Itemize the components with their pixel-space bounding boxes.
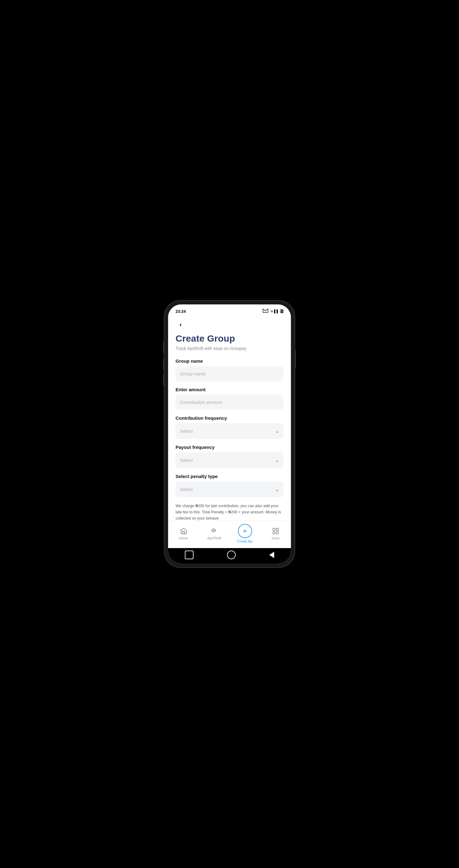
gesture-back-btn[interactable]: [269, 552, 274, 558]
penalty-note: We charge ₦200 for late contribution, yo…: [176, 503, 283, 521]
chevron-down-icon: ⌄: [275, 428, 279, 434]
group-name-input[interactable]: [176, 366, 283, 381]
group-name-field-group: Group name: [176, 359, 283, 381]
screen-content: ‹ Create Group Track Ajo/thrift with eas…: [168, 317, 291, 521]
battery-icon: ▓: [280, 309, 283, 313]
gesture-square-btn[interactable]: [185, 551, 193, 559]
svg-rect-3: [276, 528, 278, 530]
home-nav-label: Home: [179, 536, 188, 540]
back-button[interactable]: ‹: [176, 319, 185, 329]
status-bar: 23:24 ≋ ▌▌ ▓: [168, 304, 291, 317]
nav-item-more[interactable]: more: [260, 527, 291, 540]
status-icons: ≋ ▌▌ ▓: [262, 308, 283, 315]
page-subtitle: Track Ajo/thrift with ease on Groupay: [176, 346, 283, 351]
page-title: Create Group: [176, 333, 283, 344]
payout-frequency-select[interactable]: Select ⌄: [176, 452, 283, 468]
home-nav-icon: [180, 527, 188, 535]
status-time: 23:24: [176, 309, 186, 314]
phone-screen: 23:24 ≋ ▌▌ ▓ ‹ Create Group Track Ajo/th…: [168, 304, 291, 564]
create-ajo-nav-label: Create Ajo: [237, 539, 253, 543]
svg-rect-5: [276, 532, 278, 534]
nav-item-create-ajo[interactable]: + Create Ajo: [230, 524, 260, 543]
back-chevron-icon: ‹: [180, 321, 182, 328]
create-ajo-icon: +: [238, 524, 252, 538]
penalty-type-placeholder: Select: [180, 487, 193, 492]
contribution-frequency-label: Contribution frequency: [176, 415, 283, 421]
contribution-frequency-select[interactable]: Select ⌄: [176, 423, 283, 439]
group-name-label: Group name: [176, 359, 283, 364]
svg-rect-4: [273, 532, 275, 534]
contribution-frequency-field-group: Contribution frequency Select ⌄: [176, 415, 283, 439]
penalty-type-field-group: Select penalty type Select ⌄: [176, 474, 283, 497]
bottom-nav: Home Ajo/Thrift + Create Ajo: [168, 521, 291, 548]
svg-rect-2: [273, 528, 275, 530]
payout-frequency-label: Payout frequency: [176, 444, 283, 450]
enter-amount-field-group: Enter amount: [176, 387, 283, 410]
gmail-icon: [262, 308, 269, 315]
payout-frequency-placeholder: Select: [180, 458, 193, 463]
phone-frame: 23:24 ≋ ▌▌ ▓ ‹ Create Group Track Ajo/th…: [164, 301, 295, 567]
penalty-type-label: Select penalty type: [176, 474, 283, 479]
coins-icon: [211, 527, 218, 535]
contribution-amount-input[interactable]: [176, 395, 283, 410]
more-nav-icon: [272, 527, 280, 535]
gesture-bar: [168, 548, 291, 564]
chevron-down-icon-2: ⌄: [275, 457, 279, 463]
penalty-type-select[interactable]: Select ⌄: [176, 482, 283, 497]
svg-point-1: [212, 529, 214, 531]
signal-icons: ≋ ▌▌: [270, 309, 279, 313]
gesture-circle-btn[interactable]: [227, 551, 236, 559]
nav-item-ajo-thrift[interactable]: Ajo/Thrift: [199, 527, 230, 540]
ajo-thrift-nav-icon: [210, 527, 218, 535]
enter-amount-label: Enter amount: [176, 387, 283, 392]
contribution-frequency-placeholder: Select: [180, 428, 193, 434]
grid-icon: [272, 527, 279, 535]
more-nav-label: more: [272, 536, 279, 540]
nav-item-home[interactable]: Home: [168, 527, 199, 540]
home-icon: [180, 527, 187, 535]
chevron-down-icon-3: ⌄: [275, 486, 279, 492]
payout-frequency-field-group: Payout frequency Select ⌄: [176, 444, 283, 468]
ajo-thrift-nav-label: Ajo/Thrift: [207, 536, 221, 540]
